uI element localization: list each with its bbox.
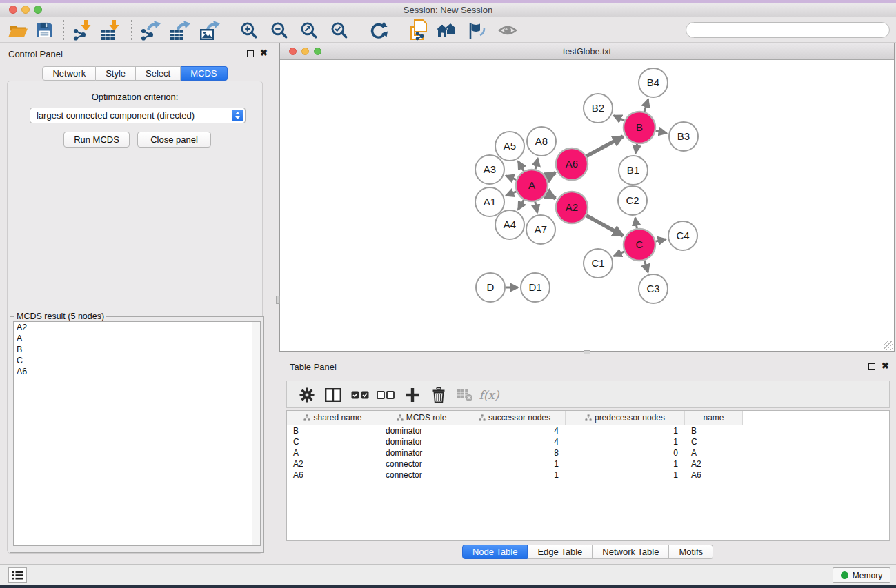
mcds-result-item[interactable]: A [14,333,260,344]
tab-select[interactable]: Select [136,66,181,81]
graph-edge-B-B1[interactable] [636,144,637,154]
tab-network-table[interactable]: Network Table [593,545,669,559]
column-header-name[interactable]: name [685,411,743,425]
table-row[interactable]: Bdominator41B [287,425,889,436]
tab-edge-table[interactable]: Edge Table [528,545,593,559]
graph-node-A8[interactable]: A8 [527,127,556,156]
zoom-out-icon[interactable] [266,19,292,41]
mcds-result-item[interactable]: A6 [14,366,260,377]
graph-node-C4[interactable]: C4 [668,221,697,250]
flag-icon[interactable] [463,19,489,41]
column-header-shared-name[interactable]: shared name [287,411,379,425]
graph-edge-A-A6[interactable] [546,173,555,178]
mcds-result-item[interactable]: C [14,355,260,366]
control-panel-float-icon[interactable] [247,50,254,57]
graph-edge-A-A3[interactable] [506,176,516,180]
graph-edge-C-C4[interactable] [656,239,666,241]
graph-node-C2[interactable]: C2 [618,186,647,215]
graph-node-B3[interactable]: B3 [669,122,698,151]
table-row[interactable]: Cdominator41C [287,436,889,447]
tab-node-table[interactable]: Node Table [462,545,528,559]
function-builder-icon[interactable]: f(x) [478,385,500,405]
export-table-icon[interactable] [167,19,193,41]
graph-node-A7[interactable]: A7 [526,215,555,244]
zoom-in-icon[interactable] [236,19,262,41]
graph-node-B1[interactable]: B1 [619,156,648,185]
run-mcds-button[interactable]: Run MCDS [63,132,130,148]
horizontal-split-handle[interactable] [584,350,590,354]
graph-node-B[interactable]: B [624,112,655,143]
mcds-list-scrollbar[interactable] [252,322,260,545]
table-settings-gear-icon[interactable] [296,385,318,405]
import-network-icon[interactable] [69,19,95,41]
graph-edge-A-A4[interactable] [518,200,524,210]
export-network-icon[interactable] [137,19,163,41]
task-history-list-icon[interactable] [8,567,27,583]
table-panel-close-icon[interactable]: ✖ [882,363,889,369]
graph-edge-C-C3[interactable] [644,261,648,272]
graph-node-A2[interactable]: A2 [556,192,588,223]
criterion-dropdown[interactable]: largest connected component (directed) [30,108,246,123]
close-panel-button[interactable]: Close panel [137,132,211,148]
graph-node-A6[interactable]: A6 [556,148,588,180]
column-header-successor-nodes[interactable]: successor nodes [464,411,566,425]
graph-node-A4[interactable]: A4 [495,210,524,239]
tab-style[interactable]: Style [96,66,136,81]
tab-motifs[interactable]: Motifs [669,545,713,559]
graph-node-C[interactable]: C [624,229,655,261]
graph-node-A5[interactable]: A5 [495,132,524,161]
graph-edge-B-B2[interactable] [614,116,625,121]
network-graph-canvas[interactable]: AA1A2A3A4A5A6A7A8BB1B2B3B4CC1C2C3C4DD1 [280,60,891,351]
table-row[interactable]: Adominator80A [287,447,889,458]
graph-node-A1[interactable]: A1 [475,187,504,216]
graph-edge-A6-B[interactable] [586,136,623,156]
graph-edge-C-C2[interactable] [635,218,637,229]
graph-edge-C-C1[interactable] [614,252,624,256]
home-icon[interactable] [433,19,459,41]
select-all-columns-icon[interactable] [349,385,371,405]
graph-node-D1[interactable]: D1 [521,273,550,302]
dropdown-stepper-icon[interactable] [232,110,243,121]
clone-network-icon[interactable] [406,19,432,41]
graph-edge-A-A8[interactable] [535,158,538,169]
refresh-icon[interactable] [365,19,391,41]
graph-edge-A2-C[interactable] [586,216,623,236]
eye-icon[interactable] [495,19,521,41]
table-panel-float-icon[interactable] [868,363,875,370]
export-image-icon[interactable] [197,19,223,41]
show-column-panel-icon[interactable] [322,385,344,405]
graph-node-A3[interactable]: A3 [475,155,504,184]
graph-node-D[interactable]: D [476,273,505,302]
graph-node-B2[interactable]: B2 [584,94,613,123]
graph-node-C1[interactable]: C1 [584,249,613,278]
open-session-icon[interactable] [5,19,31,41]
delete-column-trash-icon[interactable] [428,385,450,405]
graph-node-A[interactable]: A [516,170,548,201]
mcds-result-item[interactable]: B [14,344,260,355]
graph-edge-A-A7[interactable] [535,202,537,213]
zoom-selected-icon[interactable] [326,19,352,41]
zoom-fit-icon[interactable] [296,19,322,41]
graph-edge-B-B3[interactable] [656,131,667,133]
memory-button[interactable]: Memory [833,567,890,583]
save-session-icon[interactable] [31,19,57,41]
graph-edge-B-B4[interactable] [644,99,648,112]
graph-node-C3[interactable]: C3 [639,274,668,303]
mcds-result-list[interactable]: A2ABCA6 [13,321,261,546]
window-resize-grip[interactable] [884,341,893,350]
control-panel-close-icon[interactable]: ✖ [260,50,268,57]
search-input[interactable] [686,22,890,38]
graph-edge-A-A2[interactable] [546,194,555,199]
graph-node-B4[interactable]: B4 [639,68,668,97]
unselect-all-columns-icon[interactable] [375,385,397,405]
graph-edge-A-A5[interactable] [518,161,524,171]
table-row[interactable]: A6connector11A6 [287,469,889,480]
tab-network[interactable]: Network [42,66,96,81]
column-header-mcds-role[interactable]: MCDS role [379,411,464,425]
delete-table-icon[interactable] [454,385,476,405]
mcds-result-item[interactable]: A2 [14,322,260,333]
graph-edge-A-A1[interactable] [506,192,516,196]
vertical-split-handle[interactable] [276,296,280,304]
node-table[interactable]: shared nameMCDS rolesuccessor nodesprede… [286,410,890,541]
import-table-icon[interactable] [97,19,123,41]
